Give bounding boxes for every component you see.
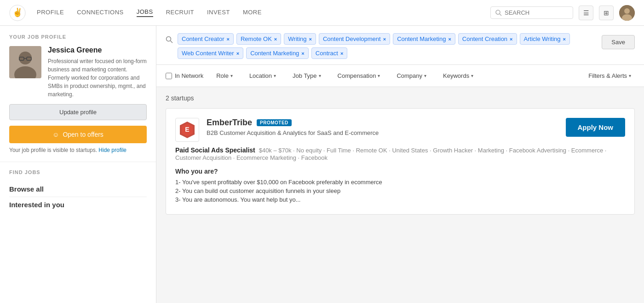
open-to-offers-button[interactable]: ☺ Open to offers	[9, 126, 147, 143]
location-filter-label: Location	[249, 72, 272, 79]
navbar-right: ☰ ⊞	[490, 5, 635, 21]
in-network-label: In Network	[175, 72, 203, 79]
browse-all-link[interactable]: Browse all	[9, 181, 147, 197]
search-input[interactable]	[505, 9, 568, 16]
tag-close-icon[interactable]: ×	[301, 51, 304, 56]
tag-close-icon[interactable]: ×	[309, 36, 312, 42]
svg-point-8	[19, 52, 32, 64]
compensation-filter-label: Compensation	[338, 72, 376, 79]
company-description: B2B Customer Acquisition & Analytics for…	[207, 129, 379, 136]
find-jobs-section: FIND JOBS Browse all Interested in you	[0, 162, 156, 220]
nav-more[interactable]: MORE	[243, 9, 262, 17]
tag-label: Article Writing	[524, 35, 561, 42]
search-tags-icon	[166, 36, 173, 45]
nav-profile[interactable]: PROFILE	[37, 9, 64, 17]
chevron-down-icon: ▾	[274, 73, 276, 78]
logo[interactable]: ✌	[9, 5, 26, 21]
tag-content-creation[interactable]: Content Creation ×	[458, 33, 517, 45]
nav-recruit[interactable]: RECRUIT	[166, 9, 194, 17]
who-you-are-title: Who you are?	[175, 168, 625, 175]
tag-close-icon[interactable]: ×	[236, 51, 239, 56]
in-network-checkbox[interactable]	[166, 73, 172, 79]
tag-content-development[interactable]: Content Development ×	[319, 33, 390, 45]
tag-article-writing[interactable]: Article Writing ×	[520, 33, 570, 45]
in-network-filter[interactable]: In Network	[166, 72, 203, 79]
svg-point-5	[624, 8, 630, 14]
company-filter[interactable]: Company ▾	[393, 70, 430, 81]
job-card-header: E EmberTribe PROMOTED B2B Customer Acqui…	[175, 118, 625, 142]
svg-line-3	[500, 14, 501, 16]
tag-close-icon[interactable]: ×	[563, 36, 565, 42]
navbar: ✌ PROFILE CONNECTIONS JOBS RECRUIT INVES…	[0, 0, 644, 26]
nav-jobs[interactable]: JOBS	[137, 8, 153, 17]
chevron-down-icon: ▾	[230, 73, 233, 78]
nav-invest[interactable]: INVEST	[207, 9, 230, 17]
profile-photo	[9, 46, 41, 78]
tag-close-icon[interactable]: ×	[340, 51, 343, 56]
keywords-filter[interactable]: Keywords ▾	[439, 70, 477, 81]
tag-close-icon[interactable]: ×	[448, 36, 451, 42]
tag-close-icon[interactable]: ×	[227, 36, 230, 42]
tag-label: Content Creation	[462, 35, 507, 42]
offers-icon: ☺	[52, 131, 59, 138]
nav-links: PROFILE CONNECTIONS JOBS RECRUIT INVEST …	[37, 8, 262, 17]
offers-label: Open to offers	[63, 131, 103, 138]
job-title: Paid Social Ads Specialist	[175, 146, 255, 154]
tag-content-marketing-2[interactable]: Content Marketing ×	[246, 47, 309, 59]
sidebar: YOUR JOB PROFILE Jessica Greene P	[0, 26, 156, 303]
tag-content-creator[interactable]: Content Creator ×	[178, 33, 234, 45]
location-filter[interactable]: Location ▾	[246, 70, 280, 81]
tag-remote-ok[interactable]: Remote OK ×	[236, 33, 281, 45]
chevron-down-icon: ▾	[319, 73, 321, 78]
job-list-item-2: 2- You can build out customer acquisitio…	[175, 187, 625, 194]
tag-label: Content Creator	[182, 35, 224, 42]
nav-icon-btn-2[interactable]: ⊞	[599, 6, 614, 20]
update-profile-button[interactable]: Update profile	[9, 104, 147, 120]
job-role-row: Paid Social Ads Specialist $40k – $70k ·…	[175, 146, 625, 161]
compensation-filter[interactable]: Compensation ▾	[334, 70, 384, 81]
filters-bar: In Network Role ▾ Location ▾ Job Type ▾ …	[156, 65, 644, 87]
tag-label: Remote OK	[241, 35, 272, 42]
tag-close-icon[interactable]: ×	[274, 36, 277, 42]
page-layout: YOUR JOB PROFILE Jessica Greene P	[0, 26, 644, 303]
main-content: Content Creator × Remote OK × Writing × …	[156, 26, 644, 303]
tag-label: Content Development	[323, 35, 381, 42]
svg-point-13	[167, 37, 171, 41]
apply-now-button[interactable]: Apply Now	[566, 118, 626, 137]
tag-web-content-writer[interactable]: Web Content Writer ×	[178, 47, 243, 59]
tag-label: Content Marketing	[397, 35, 446, 42]
keywords-filter-label: Keywords	[443, 72, 469, 79]
tag-content-marketing-1[interactable]: Content Marketing ×	[393, 33, 455, 45]
svg-text:✌: ✌	[12, 7, 23, 17]
save-search-button[interactable]: Save	[602, 35, 635, 49]
job-list-item-1: 1- You've spent profitably over $10,000 …	[175, 179, 625, 186]
job-profile-title: YOUR JOB PROFILE	[9, 34, 147, 40]
search-box[interactable]	[490, 6, 573, 19]
tag-writing[interactable]: Writing ×	[284, 33, 316, 45]
tag-contract[interactable]: Contract ×	[311, 47, 348, 59]
promoted-badge: PROMOTED	[257, 119, 292, 126]
nav-connections[interactable]: CONNECTIONS	[77, 9, 124, 17]
tag-label: Writing	[288, 35, 306, 42]
tag-close-icon[interactable]: ×	[383, 36, 386, 42]
job-type-filter[interactable]: Job Type ▾	[289, 70, 325, 81]
filters-alerts-filter[interactable]: Filters & Alerts ▾	[585, 70, 635, 81]
user-avatar[interactable]	[619, 5, 635, 21]
tag-label: Web Content Writer	[182, 50, 234, 57]
role-filter-label: Role	[216, 72, 229, 79]
job-profile-section: YOUR JOB PROFILE Jessica Greene P	[0, 26, 156, 162]
company-info: E EmberTribe PROMOTED B2B Customer Acqui…	[175, 118, 379, 142]
company-filter-label: Company	[397, 72, 422, 79]
interested-in-you-link[interactable]: Interested in you	[9, 197, 147, 212]
svg-text:E: E	[185, 126, 189, 133]
role-filter[interactable]: Role ▾	[213, 70, 236, 81]
tag-close-icon[interactable]: ×	[510, 36, 512, 42]
visible-text: Your job profile is visible to startups.…	[9, 147, 147, 153]
results-area: 2 startups E	[156, 87, 644, 222]
tags-container: Content Creator × Remote OK × Writing × …	[178, 33, 597, 59]
menu-icon: ☰	[583, 9, 589, 17]
nav-icon-btn-1[interactable]: ☰	[579, 6, 593, 20]
hide-profile-link[interactable]: Hide profile	[98, 147, 126, 153]
profile-info: Jessica Greene Professional writer focus…	[48, 46, 147, 99]
svg-point-2	[496, 10, 500, 14]
